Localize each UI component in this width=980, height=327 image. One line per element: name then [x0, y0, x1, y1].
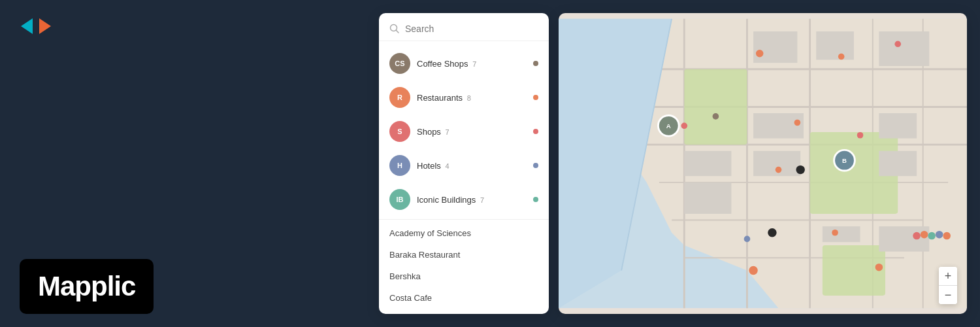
svg-rect-16 [684, 69, 747, 145]
svg-point-49 [913, 232, 921, 240]
location-item[interactable]: Costa Cafe [379, 287, 549, 309]
svg-marker-0 [21, 18, 33, 34]
svg-text:B: B [842, 157, 847, 164]
svg-rect-25 [879, 113, 917, 138]
location-item[interactable]: Bershka [379, 266, 549, 287]
category-item-shops[interactable]: S Shops 7 [379, 114, 549, 148]
category-dot-restaurants [533, 95, 538, 100]
svg-point-39 [875, 264, 883, 271]
category-badge-coffee-shops: CS [389, 53, 410, 74]
svg-rect-27 [879, 226, 929, 251]
svg-rect-22 [753, 113, 804, 138]
category-badge-shops: S [389, 121, 410, 142]
svg-rect-28 [684, 151, 731, 176]
svg-rect-24 [823, 226, 860, 242]
svg-point-34 [794, 120, 801, 126]
map-area[interactable]: A B + − [559, 13, 967, 314]
svg-point-35 [857, 132, 864, 139]
zoom-in-button[interactable]: + [939, 267, 957, 285]
category-label-coffee-shops: Coffee Shops 7 [417, 59, 527, 69]
svg-point-33 [894, 41, 901, 48]
svg-point-51 [928, 232, 936, 240]
svg-text:A: A [666, 122, 671, 129]
svg-rect-29 [684, 182, 731, 214]
svg-point-37 [832, 230, 838, 236]
search-area [379, 13, 549, 41]
category-item-coffee-shops[interactable]: CS Coffee Shops 7 [379, 46, 549, 80]
svg-line-3 [397, 31, 399, 33]
category-item-hotels[interactable]: H Hotels 4 [379, 148, 549, 182]
svg-rect-21 [879, 31, 929, 66]
sidebar-panel: CS Coffee Shops 7 R Restaurants 8 S Shop… [379, 13, 549, 314]
brand-box: Mapplic [20, 259, 154, 314]
main-content: CS Coffee Shops 7 R Restaurants 8 S Shop… [379, 0, 980, 327]
category-badge-iconic-buildings: IB [389, 189, 410, 210]
svg-point-31 [713, 113, 719, 120]
categories-list: CS Coffee Shops 7 R Restaurants 8 S Shop… [379, 41, 549, 314]
search-row [389, 24, 538, 34]
svg-rect-19 [753, 31, 797, 63]
svg-point-32 [838, 54, 845, 60]
location-item[interactable]: Baraka Restaurant [379, 244, 549, 266]
brand-name: Mapplic [38, 271, 135, 301]
left-panel: Mapplic [0, 0, 379, 327]
svg-point-30 [756, 50, 764, 58]
category-label-shops: Shops 7 [417, 127, 527, 137]
search-icon [389, 24, 400, 34]
category-dot-coffee-shops [533, 61, 538, 66]
svg-marker-1 [39, 18, 51, 34]
category-label-restaurants: Restaurants 8 [417, 93, 527, 103]
svg-point-52 [936, 231, 943, 239]
divider [379, 219, 549, 220]
category-dot-hotels [533, 163, 538, 168]
search-input[interactable] [405, 24, 538, 34]
svg-point-48 [768, 228, 776, 237]
app-logo-icon [20, 13, 52, 39]
category-item-restaurants[interactable]: R Restaurants 8 [379, 80, 549, 114]
category-badge-restaurants: R [389, 87, 410, 108]
map-svg: A B [559, 13, 967, 314]
svg-point-36 [776, 167, 782, 173]
category-badge-hotels: H [389, 155, 410, 176]
svg-point-40 [681, 123, 688, 129]
svg-point-50 [921, 231, 928, 239]
location-item[interactable]: Academy of Sciences [379, 222, 549, 244]
zoom-controls: + − [939, 267, 957, 304]
svg-rect-18 [823, 245, 885, 296]
svg-point-54 [749, 266, 757, 275]
svg-point-38 [744, 236, 751, 243]
category-label-iconic-buildings: Iconic Buildings 7 [417, 195, 527, 205]
category-dot-iconic-buildings [533, 197, 538, 202]
svg-point-53 [943, 232, 951, 240]
category-item-iconic-buildings[interactable]: IB Iconic Buildings 7 [379, 182, 549, 216]
category-label-hotels: Hotels 4 [417, 161, 527, 171]
svg-point-47 [796, 165, 804, 174]
category-dot-shops [533, 129, 538, 134]
svg-rect-26 [879, 151, 917, 176]
logo-area [20, 13, 52, 39]
zoom-out-button[interactable]: − [939, 286, 957, 304]
svg-rect-20 [816, 31, 854, 60]
